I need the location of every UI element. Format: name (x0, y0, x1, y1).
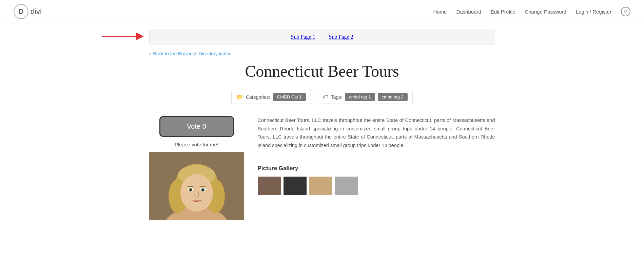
nav-home[interactable]: Home (433, 9, 447, 15)
vote-prompt: Please vote for me! (175, 142, 218, 147)
sub-page-2-link[interactable]: Sub Page 2 (329, 34, 353, 40)
right-column: Connecticut Beer Tours, LLC travels thro… (258, 116, 495, 195)
meta-row: 📁 Categories: CMBD Cat 1 🏷 Tags: cmbd ta… (149, 90, 495, 104)
categories-label: Categories: (246, 94, 270, 100)
svg-point-16 (202, 189, 204, 191)
tags-icon: 🏷 (323, 94, 328, 100)
sub-page-1-link[interactable]: Sub Page 1 (291, 34, 315, 40)
content-divider (258, 158, 495, 158)
tags-box: 🏷 Tags: cmbd tag 1 cmbd tag 2 (318, 90, 413, 104)
nav-dashboard[interactable]: Dashboard (456, 9, 481, 15)
logo-circle-icon: D (14, 4, 28, 19)
categories-box: 📁 Categories: CMBD Cat 1 (231, 90, 311, 104)
gallery-title: Picture Gallery (258, 165, 495, 172)
gallery-thumb-4[interactable] (335, 177, 358, 195)
sub-nav-bar: Sub Page 1 Sub Page 2 (149, 30, 495, 44)
business-title: Connecticut Beer Tours (149, 62, 495, 80)
sub-nav-wrapper: Sub Page 1 Sub Page 2 (142, 30, 502, 44)
business-description: Connecticut Beer Tours, LLC travels thro… (258, 116, 495, 150)
tags-label: Tags: (331, 94, 342, 100)
content-row: Vote 0 Please vote for me! (149, 116, 495, 220)
left-column: Vote 0 Please vote for me! (149, 116, 244, 220)
tag-1[interactable]: cmbd tag 1 (345, 93, 375, 101)
nav-login-register[interactable]: Login / Register (576, 9, 611, 15)
vote-label: Vote (187, 123, 200, 130)
main-nav: Home Dashboard Edit Profile Change Passw… (433, 7, 630, 16)
gallery-thumbnails (258, 177, 495, 195)
svg-point-10 (180, 174, 213, 212)
profile-image (149, 152, 244, 220)
vote-count: 0 (202, 123, 206, 130)
header: D divi Home Dashboard Edit Profile Chang… (0, 0, 644, 23)
nav-edit-profile[interactable]: Edit Profile (491, 9, 515, 15)
gallery-thumb-2[interactable] (284, 177, 307, 195)
logo-text: divi (31, 7, 42, 16)
category-tag[interactable]: CMBD Cat 1 (273, 93, 306, 101)
svg-point-15 (190, 189, 192, 191)
nav-change-password[interactable]: Change Password (525, 9, 566, 15)
search-icon[interactable]: ⚲ (621, 7, 630, 16)
logo[interactable]: D divi (14, 4, 42, 19)
red-arrow-icon (102, 32, 146, 42)
tag-2[interactable]: cmbd tag 2 (378, 93, 408, 101)
gallery-thumb-1[interactable] (258, 177, 281, 195)
categories-icon: 📁 (236, 94, 243, 100)
back-to-directory-link[interactable]: « Back to the Business Directory index (149, 51, 231, 56)
vote-button[interactable]: Vote 0 (159, 116, 234, 137)
gallery-thumb-3[interactable] (309, 177, 332, 195)
page-content: « Back to the Business Directory index C… (142, 51, 502, 234)
